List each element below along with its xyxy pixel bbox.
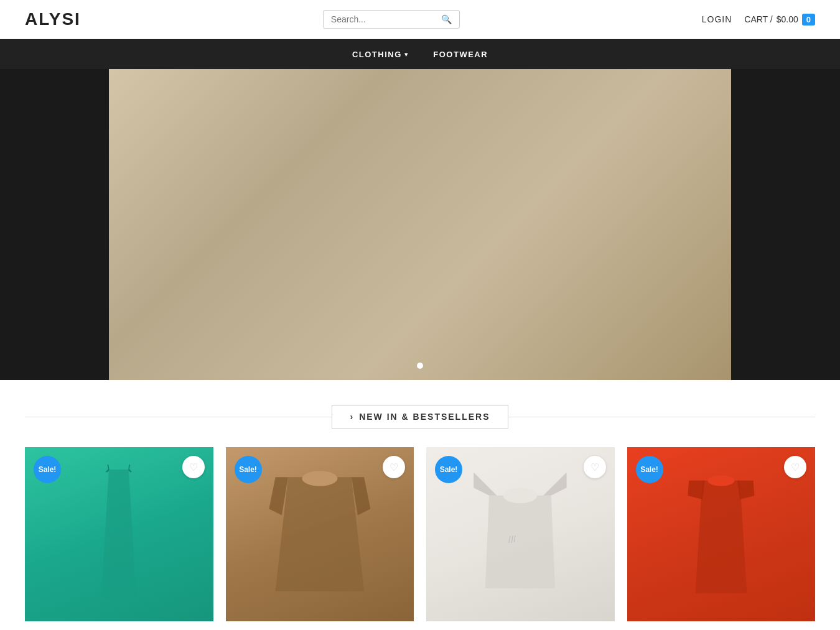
product-image-2: Sale! ♡	[226, 447, 414, 621]
header: ALYSI 🔍 LOGIN CART / $0.00 0	[0, 0, 840, 39]
product-card[interactable]: Sale! ♡	[627, 447, 816, 621]
hero-image	[109, 69, 731, 380]
product-card[interactable]: Sale! ♡	[226, 447, 414, 621]
svg-text:///: ///	[508, 534, 517, 545]
nav-item-footwear[interactable]: FOOTWEAR	[433, 50, 488, 59]
tshirt-silhouette-3: ///	[454, 465, 586, 604]
cart-price: $0.00	[777, 14, 798, 24]
section-line-left	[25, 417, 332, 417]
search-icon[interactable]: 🔍	[441, 14, 452, 24]
wishlist-button-1[interactable]: ♡	[182, 456, 205, 478]
products-section: Sale! ♡ Sale! ♡	[0, 447, 840, 630]
svg-marker-39	[737, 481, 755, 499]
products-grid: Sale! ♡ Sale! ♡	[25, 447, 815, 621]
section-title-wrap: › NEW IN & BESTSELLERS	[25, 405, 815, 428]
wishlist-button-4[interactable]: ♡	[784, 456, 806, 478]
svg-marker-33	[474, 472, 497, 495]
cart-button[interactable]: CART / $0.00 0	[744, 14, 815, 25]
cart-count-badge: 0	[802, 14, 815, 25]
svg-line-26	[108, 465, 110, 470]
svg-marker-37	[695, 481, 747, 593]
svg-marker-34	[544, 472, 567, 495]
hero-slider	[0, 69, 840, 380]
svg-marker-23	[101, 470, 136, 599]
section-title-text: NEW IN & BESTSELLERS	[359, 412, 490, 422]
main-navigation: CLOTHING ▾ FOOTWEAR	[0, 39, 840, 69]
dress-silhouette-1	[53, 465, 185, 604]
brand-logo[interactable]: ALYSI	[25, 9, 81, 29]
wishlist-button-2[interactable]: ♡	[383, 456, 405, 478]
svg-point-35	[503, 488, 538, 503]
sale-badge-2: Sale!	[235, 456, 262, 483]
svg-line-24	[106, 470, 109, 472]
section-line-right	[508, 417, 815, 417]
svg-line-25	[129, 470, 131, 472]
clothing-chevron-icon: ▾	[404, 51, 409, 58]
wishlist-button-3[interactable]: ♡	[584, 456, 606, 478]
svg-marker-38	[688, 481, 705, 499]
new-arrivals-button[interactable]: › NEW IN & BESTSELLERS	[332, 405, 508, 428]
header-right: LOGIN CART / $0.00 0	[702, 14, 815, 25]
login-link[interactable]: LOGIN	[702, 14, 732, 24]
product-card[interactable]: Sale! ♡	[25, 447, 213, 621]
dress-silhouette-4	[655, 465, 787, 604]
nav-item-clothing[interactable]: CLOTHING ▾	[352, 50, 408, 59]
sale-badge-1: Sale!	[34, 456, 61, 483]
sale-badge-4: Sale!	[636, 456, 663, 483]
chevron-right-icon: ›	[350, 412, 354, 422]
search-input[interactable]	[331, 14, 441, 24]
sale-badge-3: Sale!	[435, 456, 462, 483]
slider-dot-1[interactable]	[417, 363, 423, 369]
svg-marker-28	[275, 477, 364, 591]
cart-label: CART /	[744, 14, 772, 24]
product-image-1: Sale! ♡	[25, 447, 213, 621]
top-silhouette-2	[254, 465, 386, 604]
product-card[interactable]: Sale! ♡ ///	[426, 447, 615, 621]
svg-marker-32	[485, 496, 555, 588]
slider-dots	[417, 363, 423, 369]
svg-point-40	[707, 475, 734, 486]
search-form: 🔍	[323, 10, 460, 29]
svg-line-27	[129, 465, 130, 470]
product-image-4: Sale! ♡	[627, 447, 816, 621]
product-image-3: Sale! ♡ ///	[426, 447, 615, 621]
svg-point-31	[302, 471, 337, 486]
